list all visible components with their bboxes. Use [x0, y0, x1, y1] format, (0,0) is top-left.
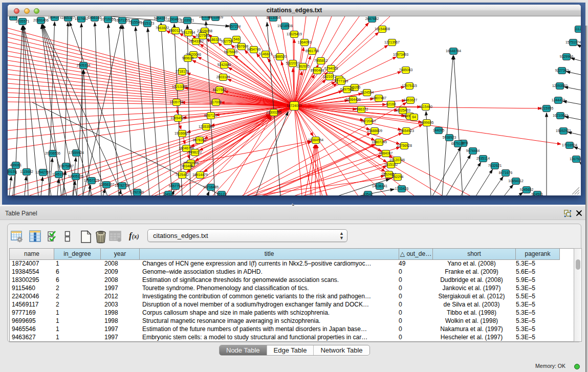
svg-text:19654923: 19654923 [399, 129, 414, 133]
svg-text:1190463: 1190463 [167, 17, 181, 21]
svg-text:7955812: 7955812 [314, 59, 328, 62]
svg-text:5675685: 5675685 [224, 50, 238, 54]
svg-text:7632621: 7632621 [488, 164, 502, 167]
svg-text:989618: 989618 [182, 56, 194, 60]
svg-text:10654925: 10654925 [170, 116, 186, 120]
svg-text:8990448: 8990448 [311, 69, 324, 72]
svg-text:1115682: 1115682 [20, 170, 33, 173]
svg-text:10973493: 10973493 [393, 53, 408, 56]
svg-text:2687682: 2687682 [365, 17, 379, 20]
svg-text:12353594: 12353594 [199, 125, 214, 128]
svg-text:1894371: 1894371 [48, 16, 62, 19]
svg-text:16914479: 16914479 [192, 173, 208, 177]
svg-text:9327506: 9327506 [196, 34, 210, 37]
svg-text:2513: 2513 [9, 16, 17, 18]
svg-text:20364436: 20364436 [345, 98, 361, 101]
svg-text:8813054: 8813054 [267, 16, 280, 19]
svg-text:20206536: 20206536 [45, 151, 60, 155]
svg-text:15720407: 15720407 [361, 119, 376, 123]
svg-text:10807487: 10807487 [371, 96, 386, 100]
svg-text:3624554: 3624554 [360, 91, 374, 94]
svg-text:9463627: 9463627 [404, 98, 418, 102]
svg-text:7625402: 7625402 [176, 173, 189, 177]
svg-text:7663822: 7663822 [156, 26, 169, 30]
svg-text:14136141: 14136141 [372, 184, 387, 188]
svg-text:1939758: 1939758 [170, 100, 184, 104]
svg-text:924501: 924501 [532, 192, 543, 195]
svg-text:16154808: 16154808 [375, 27, 390, 31]
svg-text:1615152: 1615152 [384, 163, 398, 166]
svg-text:8427552: 8427552 [213, 88, 227, 92]
svg-text:144095: 144095 [433, 128, 445, 132]
svg-text:439061: 439061 [10, 163, 22, 167]
svg-text:2867608: 2867608 [235, 45, 249, 48]
svg-text:1364093: 1364093 [298, 40, 312, 44]
svg-text:9457791: 9457791 [169, 184, 183, 188]
svg-text:10025433: 10025433 [395, 108, 410, 112]
svg-text:6497568: 6497568 [340, 87, 354, 91]
svg-text:12093582: 12093582 [552, 84, 568, 87]
svg-text:19384554: 19384554 [308, 138, 323, 142]
svg-text:2803144: 2803144 [216, 75, 230, 79]
svg-text:16210643: 16210643 [553, 114, 568, 117]
svg-text:1621072: 1621072 [323, 75, 337, 78]
svg-text:18807249: 18807249 [372, 140, 387, 144]
svg-text:8912954: 8912954 [182, 31, 195, 34]
svg-text:15716485: 15716485 [203, 185, 219, 189]
svg-text:62160: 62160 [386, 102, 396, 106]
svg-text:6466160: 6466160 [88, 16, 102, 19]
svg-text:9464331: 9464331 [154, 16, 168, 20]
svg-text:12213389: 12213389 [172, 85, 187, 89]
svg-text:9084067: 9084067 [379, 151, 393, 155]
svg-text:16782759: 16782759 [115, 184, 130, 187]
svg-text:8267110: 8267110 [204, 114, 217, 117]
svg-text:2935114: 2935114 [476, 157, 490, 160]
svg-text:10975887: 10975887 [58, 164, 74, 168]
svg-text:19166827: 19166827 [175, 132, 190, 135]
svg-text:9146821: 9146821 [259, 52, 273, 56]
svg-text:17359924: 17359924 [69, 151, 84, 155]
svg-text:2905334: 2905334 [77, 63, 91, 67]
svg-text:10719155: 10719155 [100, 17, 116, 21]
svg-text:16648784: 16648784 [446, 49, 461, 53]
svg-text:7815123: 7815123 [141, 21, 155, 25]
svg-text:8860124: 8860124 [169, 29, 183, 32]
svg-text:12213967: 12213967 [384, 40, 400, 44]
svg-text:12905135: 12905135 [68, 174, 83, 178]
svg-text:7357224: 7357224 [227, 25, 241, 28]
svg-text:546: 546 [233, 37, 239, 41]
svg-text:6961758: 6961758 [306, 49, 319, 53]
svg-text:6794028: 6794028 [324, 67, 338, 70]
svg-text:1362615: 1362615 [296, 64, 310, 68]
svg-text:10654112: 10654112 [508, 179, 524, 183]
svg-text:8878352: 8878352 [193, 138, 207, 142]
svg-text:1292346: 1292346 [130, 190, 144, 194]
svg-text:6879197: 6879197 [451, 142, 465, 145]
svg-text:8215955: 8215955 [540, 106, 554, 110]
svg-text:9777169: 9777169 [335, 79, 349, 83]
svg-text:95123: 95123 [217, 192, 227, 195]
svg-text:9329966: 9329966 [560, 55, 574, 58]
svg-text:63542: 63542 [363, 192, 373, 195]
svg-text:13325419: 13325419 [287, 32, 302, 36]
svg-text:2035571: 2035571 [16, 19, 30, 23]
svg-text:10756928: 10756928 [397, 144, 412, 147]
svg-text:9227343: 9227343 [555, 69, 569, 72]
svg-text:11123: 11123 [574, 27, 581, 31]
svg-text:993489: 993489 [182, 164, 193, 168]
svg-text:9699695: 9699695 [420, 121, 434, 124]
svg-text:8471676: 8471676 [499, 171, 513, 174]
svg-text:1145194: 1145194 [52, 172, 66, 176]
svg-text:12942757: 12942757 [35, 170, 51, 174]
svg-text:17016504: 17016504 [562, 143, 577, 147]
svg-text:1733426: 1733426 [395, 187, 409, 190]
svg-text:23300295: 23300295 [266, 111, 281, 114]
svg-text:15751074: 15751074 [565, 40, 581, 44]
svg-text:20691406: 20691406 [33, 18, 49, 22]
svg-text:10958107: 10958107 [99, 183, 114, 186]
svg-text:15692971: 15692971 [556, 129, 571, 133]
svg-text:10688609: 10688609 [367, 129, 382, 133]
svg-text:64: 64 [412, 115, 416, 119]
svg-text:117008: 117008 [210, 100, 222, 104]
svg-text:9245652: 9245652 [520, 188, 534, 191]
